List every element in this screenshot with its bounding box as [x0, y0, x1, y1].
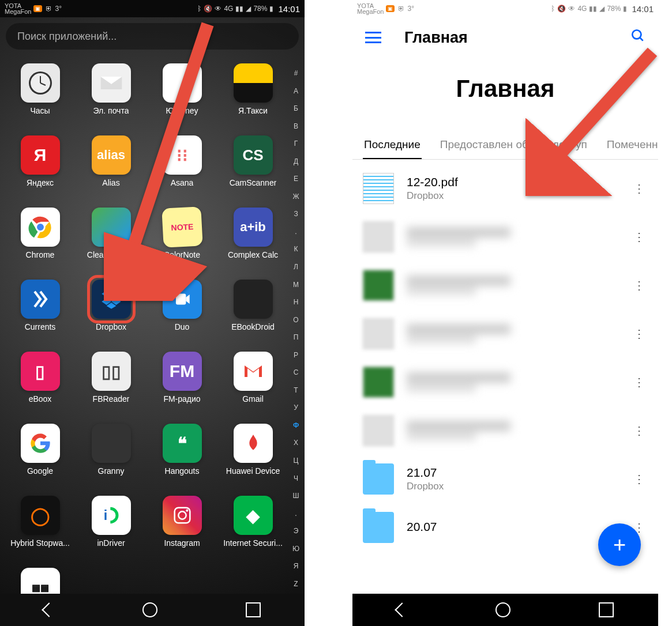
- index-letter[interactable]: М: [291, 281, 301, 289]
- index-letter[interactable]: П: [291, 333, 301, 341]
- file-menu-button[interactable]: ⋮: [629, 467, 648, 491]
- index-letter[interactable]: З: [291, 210, 301, 218]
- index-letter[interactable]: Б: [291, 104, 301, 112]
- app-eboox[interactable]: ▯eBoox: [6, 352, 74, 424]
- index-letter[interactable]: .: [291, 228, 301, 236]
- app-camscanner[interactable]: CSCamScanner: [219, 135, 287, 208]
- app-granny[interactable]: Granny: [77, 424, 145, 496]
- app-indriver[interactable]: iinDriver: [77, 496, 145, 568]
- index-letter[interactable]: Д: [291, 157, 301, 165]
- app-label: inDriver: [97, 538, 125, 548]
- app-hybrid[interactable]: ◯Hybrid Stopwa...: [6, 496, 74, 568]
- file-row[interactable]: 21.07 Dropbox ⋮: [352, 455, 658, 503]
- index-letter[interactable]: Z: [291, 580, 301, 588]
- index-letter[interactable]: А: [291, 87, 301, 95]
- indriver-icon: i: [92, 496, 131, 535]
- nav-back-button[interactable]: [42, 602, 57, 617]
- file-menu-button[interactable]: ⋮: [629, 225, 648, 248]
- index-letter[interactable]: У: [291, 403, 301, 412]
- fab-add-button[interactable]: +: [598, 523, 641, 566]
- nav-home-button[interactable]: [142, 602, 157, 617]
- app-google[interactable]: Google: [6, 424, 74, 496]
- index-letter[interactable]: О: [291, 316, 301, 324]
- alpha-index[interactable]: #АБВГДЕЖЗ.КЛМНОПРСТУФХЦЧШ.ЭЮЯZ: [291, 69, 301, 588]
- app-qr[interactable]: ▦▦: [6, 568, 74, 594]
- app-alias[interactable]: aliasAlias: [77, 135, 145, 208]
- camscanner-icon: CS: [234, 135, 273, 175]
- tab-0[interactable]: Последние: [363, 131, 422, 160]
- search-button[interactable]: [630, 28, 645, 47]
- tab-2[interactable]: Помеченные: [606, 131, 658, 159]
- index-letter[interactable]: Ш: [291, 492, 301, 500]
- index-letter[interactable]: Е: [291, 175, 301, 183]
- index-letter[interactable]: Ю: [291, 545, 301, 553]
- index-letter[interactable]: #: [291, 69, 301, 77]
- index-letter[interactable]: Ж: [291, 193, 301, 201]
- index-letter[interactable]: К: [291, 245, 301, 253]
- app-label: eBoox: [29, 394, 52, 403]
- app-mail[interactable]: Эл. почта: [77, 63, 145, 135]
- index-letter[interactable]: Г: [291, 139, 301, 148]
- app-yoomoney[interactable]: ЮMoney: [148, 63, 216, 135]
- index-letter[interactable]: С: [291, 368, 301, 376]
- mail-icon: [92, 63, 131, 103]
- file-row[interactable]: ⋮: [352, 310, 658, 358]
- app-asana[interactable]: ⁝⁝Asana: [148, 135, 216, 208]
- index-letter[interactable]: Л: [291, 263, 301, 271]
- index-letter[interactable]: Р: [291, 351, 301, 359]
- file-menu-button[interactable]: ⋮: [629, 322, 648, 345]
- app-instagram[interactable]: Instagram: [148, 496, 216, 568]
- nav-recent-button[interactable]: [599, 602, 614, 617]
- index-letter[interactable]: Ф: [291, 421, 301, 429]
- index-letter[interactable]: Ч: [291, 474, 301, 482]
- nav-back-button[interactable]: [395, 602, 409, 617]
- app-yataxi[interactable]: Я.Такси: [219, 63, 287, 135]
- menu-button[interactable]: [365, 32, 381, 43]
- file-menu-button[interactable]: ⋮: [629, 419, 648, 442]
- app-fmradio[interactable]: FMFM-радио: [148, 352, 216, 424]
- phone-right: YOTAMegaFon ▣ ⛨ 3° ᛒ 🔇 👁 4G ▮▮ ◢ 78% ▮ 1…: [352, 0, 658, 626]
- index-letter[interactable]: .: [291, 510, 301, 518]
- app-gmail[interactable]: Gmail: [219, 352, 287, 424]
- file-menu-button[interactable]: ⋮: [629, 274, 648, 297]
- app-complexcalc[interactable]: a+ibComplex Calc: [219, 208, 287, 280]
- file-row[interactable]: ⋮: [352, 213, 658, 261]
- app-label: FBReader: [93, 394, 130, 403]
- file-row[interactable]: ⋮: [352, 406, 658, 455]
- index-letter[interactable]: Х: [291, 439, 301, 447]
- app-fbreader[interactable]: ▯▯FBReader: [77, 352, 145, 424]
- app-hangouts[interactable]: ❝Hangouts: [148, 424, 216, 496]
- app-chrome[interactable]: Chrome: [6, 208, 74, 280]
- app-dropbox[interactable]: Dropbox: [77, 280, 145, 352]
- tab-1[interactable]: Предоставлен общий доступ: [439, 131, 588, 159]
- app-yandex[interactable]: ЯЯндекс: [6, 135, 74, 208]
- index-letter[interactable]: Т: [291, 386, 301, 394]
- search-input[interactable]: Поиск приложений...: [6, 23, 299, 50]
- network-icon: 4G: [577, 5, 587, 13]
- index-letter[interactable]: Ц: [291, 457, 301, 465]
- app-clock[interactable]: Часы: [6, 63, 74, 135]
- app-internetsec[interactable]: ◆Internet Securi...: [219, 496, 287, 568]
- app-cleanmaster[interactable]: Clean Master: [77, 208, 145, 280]
- index-letter[interactable]: В: [291, 122, 301, 130]
- file-row[interactable]: ⋮: [352, 261, 658, 310]
- app-huawei[interactable]: Huawei Device: [219, 424, 287, 496]
- index-letter[interactable]: Э: [291, 527, 301, 535]
- file-menu-button[interactable]: ⋮: [629, 371, 648, 394]
- file-row[interactable]: ⋮: [352, 358, 658, 406]
- nav-home-button[interactable]: [495, 602, 510, 617]
- file-name: [407, 372, 510, 383]
- file-location: [407, 287, 476, 295]
- file-row[interactable]: 12-20.pdf Dropbox ⋮: [352, 164, 658, 213]
- asana-icon: ⁝⁝: [163, 135, 202, 175]
- app-colornote[interactable]: NOTEColorNote: [148, 208, 216, 280]
- app-currents[interactable]: Currents: [6, 280, 74, 352]
- file-menu-button[interactable]: ⋮: [629, 177, 648, 200]
- index-letter[interactable]: Я: [291, 562, 301, 570]
- signal-icon: ◢: [246, 5, 251, 13]
- app-ebookdroid[interactable]: EBookDroid: [219, 280, 287, 352]
- app-drawer: Поиск приложений... ЧасыЭл. почтаЮMoneyЯ…: [0, 17, 305, 594]
- index-letter[interactable]: Н: [291, 298, 301, 306]
- nav-recent-button[interactable]: [246, 602, 261, 617]
- app-duo[interactable]: Duo: [148, 280, 216, 352]
